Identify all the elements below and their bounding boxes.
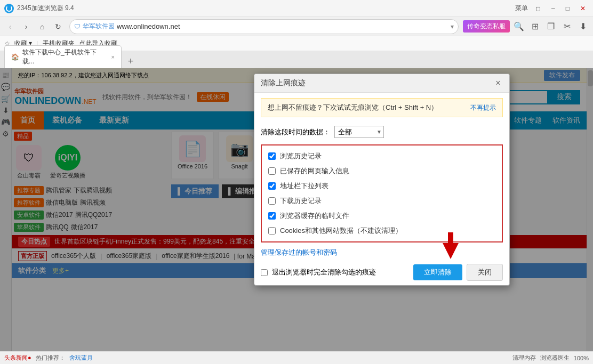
close-btn[interactable]: ✕	[577, 4, 589, 13]
warning-text: 想上网不留痕迹？下次试试无痕浏览（Ctrl + Shift + N）	[268, 103, 438, 112]
checkbox-dl-history: 下载历史记录	[266, 193, 498, 208]
active-tab[interactable]: 🏠 软件下载中心_手机软件下载... ×	[4, 45, 122, 68]
clean-memory[interactable]: 清理内存	[512, 354, 536, 362]
checkbox-dl-history-input[interactable]	[268, 197, 276, 205]
security-label: 华军软件园	[83, 22, 115, 31]
manage-passwords-link[interactable]: 管理保存过的帐号和密码	[261, 248, 337, 256]
forward-button[interactable]: ›	[19, 20, 33, 34]
modal-title: 清除上网痕迹	[261, 78, 306, 88]
modal-warning-bar: 想上网不留痕迹？下次试试无痕浏览（Ctrl + Shift + N） 不再提示	[261, 98, 503, 117]
status-left: 头条新闻● 热门推荐： 舍玩蓝月	[4, 354, 93, 362]
download-btn[interactable]: ⬇	[576, 20, 590, 34]
home-button[interactable]: ⌂	[35, 20, 49, 34]
zoom-level: 100%	[574, 355, 589, 361]
address-dropdown-icon[interactable]: ▾	[451, 23, 454, 30]
checkbox-cookies-label: Cookies和其他网站数据（不建议清理）	[280, 226, 402, 236]
security-shield-icon: 🛡	[74, 23, 81, 30]
no-remind-link[interactable]: 不再提示	[470, 103, 496, 112]
back-button[interactable]: ‹	[3, 20, 17, 34]
checkbox-form: 已保存的网页输入信息	[266, 164, 498, 179]
checkbox-history: 浏览历史记录	[266, 149, 498, 164]
refresh-button[interactable]: ↻	[51, 20, 65, 34]
checkbox-address-input[interactable]	[268, 182, 276, 190]
address-input[interactable]	[117, 22, 448, 30]
checkbox-cache-input[interactable]	[268, 212, 276, 220]
exit-checkbox-input[interactable]	[261, 269, 268, 276]
clear-button[interactable]: 立即清除	[413, 264, 462, 280]
minimize-btn[interactable]: –	[548, 4, 558, 13]
new-tab-btn[interactable]: +	[124, 54, 138, 68]
modal-overlay: 清除上网痕迹 × 想上网不留痕迹？下次试试无痕浏览（Ctrl + Shift +…	[0, 68, 593, 351]
content-area: 📰 💬 🛒 ⬇ 🎮 ⚙ 您的IP：106.38.92.2，建议您进入网通网络下载…	[0, 68, 593, 351]
checkbox-history-input[interactable]	[268, 152, 276, 160]
cancel-button[interactable]: 关闭	[467, 264, 503, 281]
window-btn[interactable]: ❐	[544, 20, 558, 34]
grid-view-btn[interactable]: ⊞	[528, 20, 542, 34]
title-bar: 2345加速浏览器 9.4 菜单 ◻ – □ ✕	[0, 0, 593, 17]
title-left: 2345加速浏览器 9.4	[4, 4, 74, 13]
news-source: 头条新闻●	[4, 354, 31, 362]
time-select-wrapper: 全部 最近一小时 最近一天 最近一周	[334, 126, 384, 138]
checkbox-address-label: 地址栏下拉列表	[280, 181, 328, 191]
browser-doctor[interactable]: 浏览器医生	[540, 354, 570, 362]
modal-footer-row: 退出浏览器时完全清除勾选的痕迹 立即清除 关闭	[254, 260, 509, 285]
clear-history-modal: 清除上网痕迹 × 想上网不留痕迹？下次试试无痕浏览（Ctrl + Shift +…	[254, 74, 510, 286]
modal-header: 清除上网痕迹 ×	[254, 74, 509, 93]
checkbox-cache-label: 浏览器缓存的临时文件	[280, 211, 349, 221]
checkbox-form-label: 已保存的网页输入信息	[280, 166, 349, 176]
checkbox-cookies: Cookies和其他网站数据（不建议清理）	[266, 223, 498, 238]
modal-close-btn[interactable]: ×	[493, 78, 503, 88]
tab-title: 软件下载中心_手机软件下载...	[22, 48, 108, 66]
time-range-label: 清除这段时间的数据：	[261, 127, 330, 137]
exit-checkbox-row: 退出浏览器时完全清除勾选的痕迹	[261, 268, 376, 277]
toolbar-right: 传奇变态私服 🔍 ⊞ ❐ ✂ ⬇	[463, 20, 590, 34]
checkbox-address: 地址栏下拉列表	[266, 179, 498, 193]
tools-btn[interactable]: ✂	[560, 20, 574, 34]
modal-manage-link-row: 管理保存过的帐号和密码	[254, 246, 509, 260]
ad-banner[interactable]: 传奇变态私服	[463, 20, 510, 33]
checkbox-dl-history-label: 下载历史记录	[280, 196, 322, 206]
hot-text[interactable]: 舍玩蓝月	[69, 354, 93, 362]
tab-bar: 🏠 软件下载中心_手机软件下载... × +	[0, 51, 593, 68]
time-range-select[interactable]: 全部 最近一小时 最近一天 最近一周	[334, 126, 384, 138]
browser-logo	[4, 4, 14, 13]
checkbox-form-input[interactable]	[268, 167, 276, 175]
tab-favicon: 🏠	[11, 53, 19, 61]
modal-buttons: 立即清除 关闭	[413, 264, 503, 281]
status-right: 清理内存 浏览器医生 100%	[512, 354, 589, 362]
tab-close-btn[interactable]: ×	[111, 54, 115, 60]
hot-label: 热门推荐：	[36, 354, 65, 362]
browser-toolbar: ‹ › ⌂ ↻ 🛡 华军软件园 ▾ 传奇变态私服 🔍 ⊞ ❐ ✂ ⬇	[0, 17, 593, 36]
checkbox-cache: 浏览器缓存的临时文件	[266, 208, 498, 223]
title-controls: 菜单 ◻ – □ ✕	[515, 4, 589, 13]
menu-label[interactable]: 菜单	[515, 4, 528, 13]
address-bar: 🛡 华军软件园 ▾	[69, 19, 459, 34]
search-toolbar-btn[interactable]: 🔍	[512, 20, 526, 34]
exit-label: 退出浏览器时完全清除勾选的痕迹	[272, 268, 376, 277]
maximize-btn[interactable]: □	[563, 4, 573, 13]
modal-checkboxes: 浏览历史记录 已保存的网页输入信息 地址栏下拉列表 下载历史记录 浏览器缓存的临…	[261, 144, 503, 242]
browser-title: 2345加速浏览器 9.4	[17, 4, 74, 13]
modal-time-row: 清除这段时间的数据： 全部 最近一小时 最近一天 最近一周	[254, 123, 509, 141]
checkbox-cookies-input[interactable]	[268, 227, 276, 234]
status-bar: 头条新闻● 热门推荐： 舍玩蓝月 清理内存 浏览器医生 100%	[0, 351, 593, 364]
restore-btn[interactable]: ◻	[532, 4, 544, 13]
checkbox-history-label: 浏览历史记录	[280, 151, 322, 161]
